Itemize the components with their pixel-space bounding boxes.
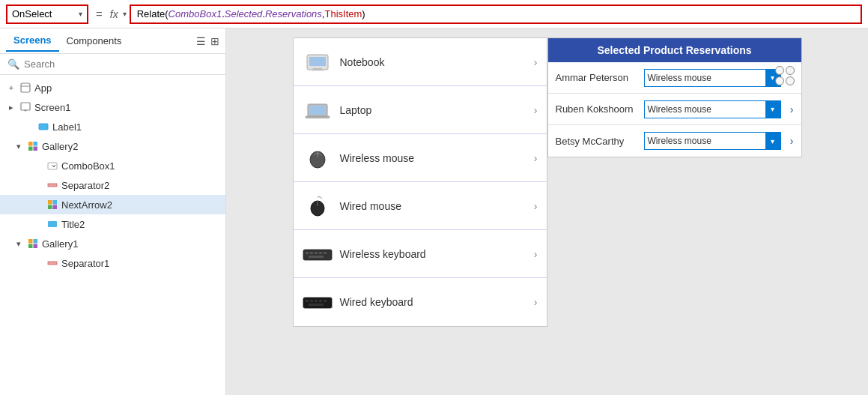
chevron-wireless-mouse: › xyxy=(534,152,538,164)
top-bar: OnSelect ▾ = fx ▾ Relate( ComboBox1.Sele… xyxy=(0,0,868,28)
combo-select-2[interactable]: Wireless mouse ▾ xyxy=(644,132,781,150)
svg-rect-23 xyxy=(309,57,326,66)
svg-rect-0 xyxy=(21,83,30,92)
combo-value-2: Wireless mouse xyxy=(648,136,765,146)
tree-item-gallery2[interactable]: ▾ Gallery2 xyxy=(0,136,225,156)
product-item-laptop[interactable]: Laptop › xyxy=(294,86,547,134)
svg-rect-33 xyxy=(303,250,332,260)
wireless-mouse-icon xyxy=(303,148,333,169)
title2-icon xyxy=(46,218,58,230)
sidebar-tabs: Screens Components ☰ ⊞ xyxy=(0,28,225,54)
wireless-keyboard-icon xyxy=(303,246,333,262)
svg-rect-5 xyxy=(39,124,48,130)
combo-select-0[interactable]: Wireless mouse ▾ xyxy=(644,69,781,87)
svg-rect-21 xyxy=(48,262,57,265)
product-item-wireless-keyboard[interactable]: Wireless keyboard › xyxy=(294,230,547,278)
tree-item-gallery1[interactable]: ▾ Gallery1 xyxy=(0,234,225,253)
grid-view-icon[interactable]: ⊞ xyxy=(210,35,219,47)
svg-rect-42 xyxy=(310,300,313,302)
tree-item-separator1[interactable]: Separator1 xyxy=(0,253,225,273)
wired-mouse-icon xyxy=(303,196,333,217)
tree-item-title2[interactable]: Title2 xyxy=(0,214,225,234)
fx-area: fx ▾ Relate( ComboBox1.Selected.Reservat… xyxy=(110,4,862,24)
tree-label-gallery1: Gallery1 xyxy=(42,238,225,250)
svg-rect-20 xyxy=(34,244,38,249)
canvas: Notebook › Laptop › Wireless mouse xyxy=(226,28,868,395)
person-name-0: Ammar Peterson xyxy=(556,72,638,83)
product-item-wired-keyboard[interactable]: Wired keyboard › xyxy=(294,278,547,326)
product-item-notebook[interactable]: Notebook › xyxy=(294,38,547,86)
list-view-icon[interactable]: ☰ xyxy=(196,35,206,47)
sidebar-search: 🔍 xyxy=(0,54,225,75)
notebook-icon xyxy=(303,52,333,73)
expand-screen1[interactable]: ▸ xyxy=(6,103,16,112)
chevron-wired-keyboard: › xyxy=(534,296,538,308)
tree-item-app[interactable]: + App xyxy=(0,78,225,97)
circle-indicators xyxy=(775,66,795,85)
formula-param1b: Selected xyxy=(225,8,263,19)
svg-rect-27 xyxy=(309,106,326,115)
svg-rect-17 xyxy=(28,239,33,244)
tab-components[interactable]: Components xyxy=(59,31,130,51)
tree-label-title2: Title2 xyxy=(61,219,225,230)
combo-wrap-0: Wireless mouse ▾ xyxy=(644,69,781,87)
product-label-laptop: Laptop xyxy=(340,104,526,116)
product-item-wireless-mouse[interactable]: Wireless mouse › xyxy=(294,134,547,182)
svg-rect-8 xyxy=(28,147,33,151)
tree-item-combobox1[interactable]: ComboBox1 xyxy=(0,156,225,175)
svg-rect-40 xyxy=(303,298,332,308)
tree-label-combobox1: ComboBox1 xyxy=(61,160,225,172)
tree-label-screen1: Screen1 xyxy=(34,102,225,113)
svg-rect-12 xyxy=(48,200,52,205)
separator2-icon xyxy=(46,179,58,191)
chevron-wireless-keyboard: › xyxy=(534,248,538,260)
svg-rect-7 xyxy=(34,142,38,146)
svg-rect-18 xyxy=(34,239,38,244)
nextarrow2-icon xyxy=(46,199,58,211)
circle-ind-4 xyxy=(786,76,795,85)
laptop-icon xyxy=(303,100,333,121)
equals-sign: = xyxy=(93,7,106,20)
product-label-notebook: Notebook xyxy=(340,56,526,68)
tree-item-label1[interactable]: Label1 xyxy=(0,117,225,136)
svg-rect-34 xyxy=(306,252,309,254)
row-chevron-2[interactable]: › xyxy=(790,135,794,147)
svg-rect-15 xyxy=(53,205,58,210)
svg-rect-19 xyxy=(28,244,33,249)
tab-screens[interactable]: Screens xyxy=(6,30,59,52)
combobox1-icon xyxy=(46,160,58,172)
product-label-wired-mouse: Wired mouse xyxy=(340,200,526,212)
product-item-wired-mouse[interactable]: Wired mouse › xyxy=(294,182,547,230)
row-chevron-1[interactable]: › xyxy=(790,103,794,115)
combo-btn-2[interactable]: ▾ xyxy=(765,132,780,150)
formula-param1: ComboBox1 xyxy=(169,8,222,19)
tree-item-nextarrow2[interactable]: NextArrow2 xyxy=(0,195,225,214)
tree-label-nextarrow2: NextArrow2 xyxy=(61,199,225,211)
fx-chevron-icon[interactable]: ▾ xyxy=(123,10,127,18)
product-label-wireless-keyboard: Wireless keyboard xyxy=(340,248,526,260)
chevron-notebook: › xyxy=(534,56,538,68)
formula-param1c: Reservations xyxy=(265,8,322,19)
combo-select-1[interactable]: Wireless mouse ▾ xyxy=(644,100,781,118)
person-name-1: Ruben Kokshoorn xyxy=(556,103,638,115)
search-input[interactable] xyxy=(24,58,218,70)
svg-rect-2 xyxy=(21,103,30,110)
svg-rect-36 xyxy=(315,252,318,254)
expand-gallery1[interactable]: ▾ xyxy=(13,239,24,249)
property-chevron: ▾ xyxy=(79,10,82,18)
svg-rect-45 xyxy=(324,300,327,302)
expand-gallery2[interactable]: ▾ xyxy=(13,142,24,151)
chevron-wired-mouse: › xyxy=(534,200,538,212)
combo-btn-1[interactable]: ▾ xyxy=(765,100,780,118)
label1-icon xyxy=(37,121,49,133)
svg-rect-35 xyxy=(310,252,313,254)
sidebar-tab-icons: ☰ ⊞ xyxy=(196,35,219,47)
property-select[interactable]: OnSelect ▾ xyxy=(6,4,88,24)
tree-label-gallery2: Gallery2 xyxy=(42,141,225,152)
formula-fn: Relate( xyxy=(137,8,169,19)
separator1-icon xyxy=(46,257,58,269)
tree-item-separator2[interactable]: Separator2 xyxy=(0,175,225,195)
combo-value-0: Wireless mouse xyxy=(648,73,765,83)
formula-box[interactable]: Relate( ComboBox1.Selected.Reservations,… xyxy=(130,4,862,24)
tree-item-screen1[interactable]: ▸ Screen1 xyxy=(0,97,225,117)
